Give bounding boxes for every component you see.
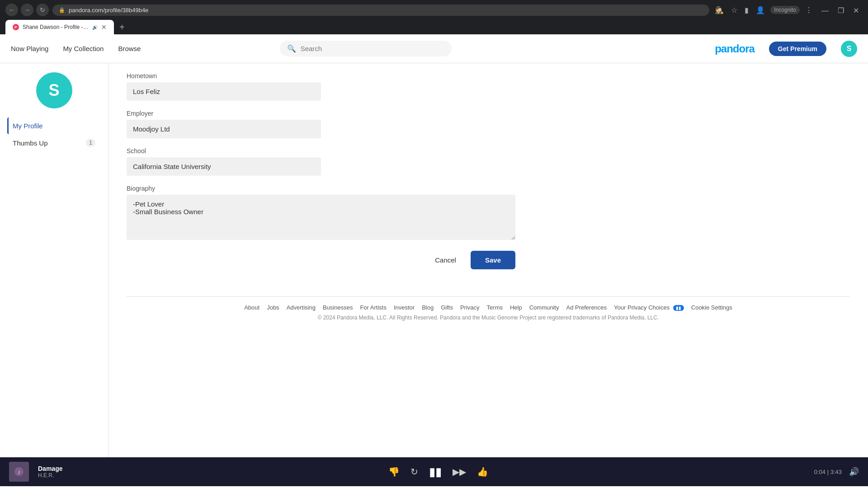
browser-actions: 🕵 ☆ ▮ 👤 Incognito ⋮ [713, 4, 814, 16]
close-button[interactable]: ✕ [849, 5, 863, 16]
footer-link-ad-preferences[interactable]: Ad Preferences [566, 304, 607, 311]
svg-text:♪: ♪ [18, 468, 21, 475]
search-input[interactable] [301, 45, 444, 52]
sidebar: S My Profile Thumbs Up 1 [0, 63, 108, 457]
reload-button[interactable]: ↻ [36, 4, 49, 16]
tab-favicon: P [13, 24, 19, 30]
hometown-section: Hometown [127, 72, 515, 101]
employer-input[interactable] [127, 120, 321, 138]
profile-form: Hometown Employer School Biography -Pet … [108, 63, 868, 457]
volume-button[interactable]: 🔊 [849, 467, 859, 477]
hometown-label: Hometown [127, 72, 515, 80]
biography-section: Biography -Pet Lover -Small Business Own… [127, 185, 515, 242]
lock-icon: 🔒 [59, 7, 65, 13]
footer-link-privacy[interactable]: Privacy [460, 304, 480, 311]
footer: About Jobs Advertising Businesses For Ar… [127, 296, 850, 328]
footer-link-help[interactable]: Help [510, 304, 522, 311]
browser-chrome: ← → ↻ 🔒 pandora.com/profile/38b49b4e 🕵 ☆… [0, 0, 868, 34]
incognito-icon: 🕵 [713, 4, 726, 16]
user-avatar[interactable]: S [841, 41, 857, 57]
player-right: 0:04 | 3:43 🔊 [814, 467, 859, 477]
back-button[interactable]: ← [5, 4, 18, 16]
save-button[interactable]: Save [471, 251, 515, 269]
sidebar-item-thumbs-up[interactable]: Thumbs Up 1 [7, 134, 101, 151]
minimize-button[interactable]: — [818, 5, 832, 16]
footer-link-cookie-settings[interactable]: Cookie Settings [691, 304, 732, 311]
hometown-input[interactable] [127, 82, 321, 101]
active-tab[interactable]: P Shane Dawson - Profile - P... 🔊 ✕ [5, 20, 114, 34]
profile-icon[interactable]: 👤 [754, 4, 767, 16]
thumbs-down-button[interactable]: 👎 [388, 466, 400, 477]
footer-links: About Jobs Advertising Businesses For Ar… [137, 304, 839, 311]
sidebar-item-my-profile[interactable]: My Profile [7, 117, 101, 134]
footer-copyright: © 2024 Pandora Media, LLC. All Rights Re… [137, 314, 839, 321]
footer-link-for-artists[interactable]: For Artists [360, 304, 387, 311]
search-bar: 🔍 [280, 41, 452, 56]
sidebar-item-label: Thumbs Up [13, 139, 48, 147]
school-label: School [127, 147, 515, 155]
album-art: ♪ [9, 462, 29, 482]
replay-button[interactable]: ↻ [410, 466, 418, 477]
time-display: 0:04 | 3:43 [814, 469, 842, 475]
sidebar-item-label: My Profile [13, 122, 43, 130]
address-bar[interactable]: 🔒 pandora.com/profile/38b49b4e [52, 5, 709, 16]
url-text: pandora.com/profile/38b49b4e [69, 7, 148, 14]
tab-audio-icon: 🔊 [92, 25, 98, 30]
get-premium-button[interactable]: Get Premium [769, 42, 826, 56]
footer-link-businesses[interactable]: Businesses [323, 304, 353, 311]
nav-browse[interactable]: Browse [118, 45, 141, 52]
app: Now Playing My Collection Browse 🔍 pando… [0, 34, 868, 486]
sidebar-nav: My Profile Thumbs Up 1 [7, 117, 101, 151]
forward-button[interactable]: → [21, 4, 33, 16]
now-playing-info: Damage H.E.R. [38, 465, 62, 479]
employer-section: Employer [127, 110, 515, 138]
incognito-label: Incognito [770, 6, 800, 14]
tab-close-icon[interactable]: ✕ [101, 23, 107, 31]
footer-link-advertising[interactable]: Advertising [287, 304, 316, 311]
browser-toolbar: ← → ↻ 🔒 pandora.com/profile/38b49b4e 🕵 ☆… [5, 4, 863, 16]
footer-link-jobs[interactable]: Jobs [267, 304, 279, 311]
thumbs-up-badge: 1 [86, 139, 95, 147]
artist-name: H.E.R. [38, 472, 62, 479]
employer-label: Employer [127, 110, 515, 117]
footer-link-about[interactable]: About [244, 304, 259, 311]
form-actions: Cancel Save [127, 251, 515, 269]
nav-my-collection[interactable]: My Collection [63, 45, 104, 52]
song-title: Damage [38, 465, 62, 472]
tab-title: Shane Dawson - Profile - P... [23, 24, 89, 30]
school-input[interactable] [127, 157, 321, 176]
footer-link-blog[interactable]: Blog [422, 304, 434, 311]
tab-bar: P Shane Dawson - Profile - P... 🔊 ✕ + [5, 20, 863, 34]
biography-label: Biography [127, 185, 515, 192]
browser-controls: ← → ↻ [5, 4, 49, 16]
school-section: School [127, 147, 515, 176]
main-content: S My Profile Thumbs Up 1 Hometown Employ… [0, 63, 868, 457]
footer-link-gifts[interactable]: Gifts [441, 304, 453, 311]
cast-icon[interactable]: ▮ [743, 4, 750, 16]
player-controls: 👎 ↻ ▮▮ ▶▶ 👍 [71, 465, 805, 479]
cancel-button[interactable]: Cancel [428, 252, 463, 268]
nav-now-playing[interactable]: Now Playing [11, 45, 48, 52]
more-icon[interactable]: ⋮ [803, 4, 814, 16]
sidebar-avatar: S [36, 72, 72, 108]
maximize-button[interactable]: ❐ [834, 5, 848, 16]
pandora-logo: pandora [715, 42, 755, 55]
pause-button[interactable]: ▮▮ [429, 465, 442, 479]
footer-link-community[interactable]: Community [529, 304, 559, 311]
footer-link-terms[interactable]: Terms [487, 304, 503, 311]
skip-button[interactable]: ▶▶ [453, 466, 466, 477]
privacy-badge: ▮▮ [673, 305, 684, 311]
biography-textarea[interactable]: -Pet Lover -Small Business Owner [127, 195, 515, 240]
now-playing-bar: ♪ Damage H.E.R. 👎 ↻ ▮▮ ▶▶ 👍 0:04 | 3:43 … [0, 457, 868, 486]
new-tab-button[interactable]: + [116, 20, 128, 34]
footer-link-investor[interactable]: Investor [394, 304, 415, 311]
search-icon: 🔍 [287, 44, 296, 53]
footer-link-privacy-choices[interactable]: Your Privacy Choices ▮▮ [614, 304, 684, 311]
thumbs-up-button[interactable]: 👍 [477, 466, 488, 477]
window-controls: — ❐ ✕ [818, 4, 863, 16]
star-icon[interactable]: ☆ [729, 4, 739, 16]
top-nav: Now Playing My Collection Browse 🔍 pando… [0, 34, 868, 63]
